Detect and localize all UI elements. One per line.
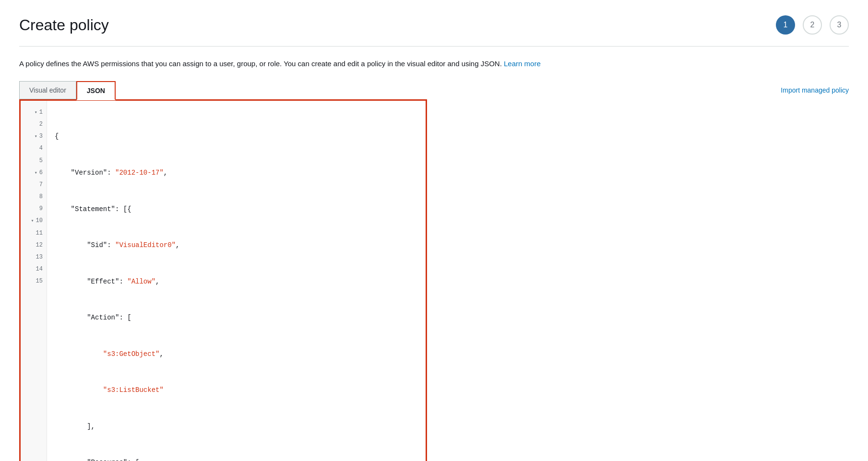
code-line-5: "Effect": "Allow", <box>55 276 418 288</box>
fold-icon-1[interactable]: ▾ <box>35 108 37 117</box>
tab-json[interactable]: JSON <box>76 81 116 100</box>
step-2[interactable]: 2 <box>803 15 822 35</box>
step-3[interactable]: 3 <box>830 15 849 35</box>
code-line-1: { <box>55 130 418 142</box>
code-line-2: "Version": "2012-10-17", <box>55 167 418 179</box>
fold-icon-3[interactable]: ▾ <box>35 132 37 141</box>
line-num-9: 9 <box>26 203 43 215</box>
line-num-4: 4 <box>26 143 43 155</box>
code-editor-body: ▾1 2 ▾3 4 5 ▾6 7 8 9 ▾10 11 12 13 14 15 … <box>21 101 426 461</box>
line-num-14: 14 <box>26 263 43 275</box>
page-title: Create policy <box>19 16 109 34</box>
code-line-4: "Sid": "VisualEditor0", <box>55 239 418 251</box>
line-num-1: ▾1 <box>26 106 43 118</box>
line-num-2: 2 <box>26 118 43 130</box>
line-numbers: ▾1 2 ▾3 4 5 ▾6 7 8 9 ▾10 11 12 13 14 15 <box>21 101 47 461</box>
code-line-10: "Resource": [ <box>55 457 418 461</box>
code-line-6: "Action": [ <box>55 312 418 324</box>
json-editor[interactable]: ▾1 2 ▾3 4 5 ▾6 7 8 9 ▾10 11 12 13 14 15 … <box>19 99 427 461</box>
code-line-8: "s3:ListBucket" <box>55 384 418 396</box>
tabs-row: Visual editor JSON Import managed policy <box>19 81 849 99</box>
tabs-wrapper: Visual editor JSON <box>19 81 116 99</box>
code-line-7: "s3:GetObject", <box>55 348 418 360</box>
line-num-5: 5 <box>26 155 43 167</box>
stepper: 1 2 3 <box>776 15 849 35</box>
code-content[interactable]: { "Version": "2012-10-17", "Statement": … <box>47 101 426 461</box>
line-num-13: 13 <box>26 251 43 263</box>
code-line-3: "Statement": [{ <box>55 203 418 215</box>
line-num-7: 7 <box>26 179 43 191</box>
line-num-6: ▾6 <box>26 167 43 179</box>
header-divider <box>19 46 849 47</box>
line-num-11: 11 <box>26 227 43 239</box>
step-1[interactable]: 1 <box>776 15 795 35</box>
line-num-12: 12 <box>26 239 43 251</box>
import-managed-policy-link[interactable]: Import managed policy <box>781 86 849 94</box>
fold-icon-6[interactable]: ▾ <box>35 169 37 177</box>
line-num-10: ▾10 <box>26 215 43 227</box>
fold-icon-10[interactable]: ▾ <box>31 217 34 225</box>
description-text: A policy defines the AWS permissions tha… <box>19 58 571 70</box>
learn-more-link[interactable]: Learn more <box>504 59 541 68</box>
page-header: Create policy 1 2 3 <box>19 15 849 35</box>
tab-visual-editor[interactable]: Visual editor <box>19 81 76 99</box>
line-num-15: 15 <box>26 276 43 288</box>
line-num-8: 8 <box>26 191 43 203</box>
code-line-9: ], <box>55 421 418 433</box>
line-num-3: ▾3 <box>26 130 43 142</box>
